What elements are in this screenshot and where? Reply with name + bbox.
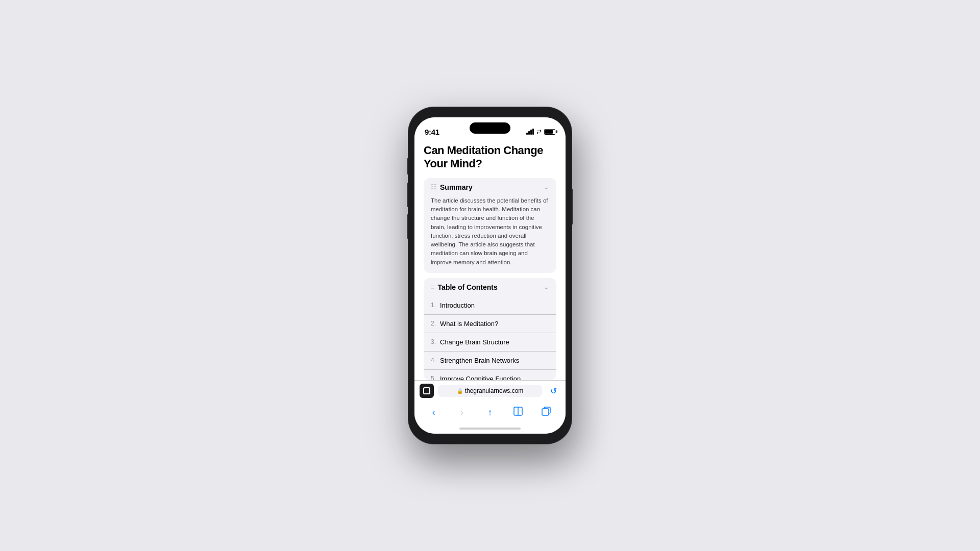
- dynamic-island: [470, 122, 510, 134]
- toc-item[interactable]: 4.Strengthen Brain Networks: [424, 352, 556, 370]
- reload-button[interactable]: ↺: [546, 384, 560, 398]
- forward-button[interactable]: ›: [453, 403, 471, 421]
- status-bar: 9:41 ⇄: [414, 117, 566, 140]
- status-icons: ⇄: [526, 128, 555, 135]
- nav-bar: ‹ › ↑: [414, 401, 566, 425]
- toc-item-label: Introduction: [440, 302, 475, 309]
- reload-icon: ↺: [550, 386, 557, 396]
- toc-item-label: What is Meditation?: [440, 320, 498, 328]
- toc-card: ≡ Table of Contents ⌄ 1.Introduction2.Wh…: [424, 278, 556, 380]
- content-area: Can Meditation Change Your Mind? ☷ Summa…: [414, 140, 566, 380]
- back-button[interactable]: ‹: [425, 403, 443, 421]
- toc-item-label: Strengthen Brain Networks: [440, 357, 519, 364]
- toc-item[interactable]: 2.What is Meditation?: [424, 315, 556, 333]
- volume-down-button: [407, 214, 408, 239]
- phone-shell: 9:41 ⇄ Can Meditation Change Your Mind?: [408, 107, 572, 444]
- toc-icon: ≡: [431, 283, 435, 291]
- toc-item-label: Improve Cognitive Function: [440, 375, 521, 380]
- home-indicator: [459, 428, 521, 430]
- power-button: [572, 189, 573, 224]
- toc-item-label: Change Brain Structure: [440, 338, 509, 346]
- summary-title: Summary: [440, 183, 473, 191]
- toc-item[interactable]: 3.Change Brain Structure: [424, 333, 556, 352]
- toc-items: 1.Introduction2.What is Meditation?3.Cha…: [424, 296, 556, 380]
- volume-up-button: [407, 183, 408, 207]
- summary-icon: ☷: [431, 183, 437, 191]
- bookmarks-button[interactable]: [509, 403, 527, 421]
- toc-header[interactable]: ≡ Table of Contents ⌄: [424, 278, 556, 296]
- tab-square-inner: [423, 387, 430, 394]
- scene: 9:41 ⇄ Can Meditation Change Your Mind?: [408, 107, 572, 444]
- lock-icon: 🔒: [457, 388, 463, 394]
- toc-item-number: 3.: [431, 338, 440, 345]
- tabs-icon: [542, 407, 551, 418]
- bottom-bar: 🔒 thegranularnews.com ↺ ‹ › ↑: [414, 380, 566, 434]
- share-button[interactable]: ↑: [481, 403, 499, 421]
- signal-icon: [526, 129, 534, 135]
- battery-icon: [544, 129, 555, 135]
- svg-rect-1: [542, 409, 549, 415]
- volume-silent-button: [407, 158, 408, 174]
- toc-item[interactable]: 5.Improve Cognitive Function: [424, 370, 556, 380]
- toc-chevron-icon: ⌄: [544, 283, 549, 291]
- tab-square-button[interactable]: [420, 384, 434, 398]
- summary-chevron-icon: ⌄: [544, 183, 549, 191]
- summary-text: The article discusses the potential bene…: [424, 196, 556, 273]
- wifi-icon: ⇄: [536, 128, 542, 135]
- toc-item[interactable]: 1.Introduction: [424, 296, 556, 315]
- summary-card[interactable]: ☷ Summary ⌄ The article discusses the po…: [424, 178, 556, 273]
- status-time: 9:41: [425, 128, 439, 136]
- toc-item-number: 2.: [431, 320, 440, 327]
- summary-header-left: ☷ Summary: [431, 183, 473, 191]
- toc-header-left: ≡ Table of Contents: [431, 283, 498, 291]
- bookmarks-icon: [513, 407, 523, 418]
- url-text: thegranularnews.com: [465, 387, 524, 394]
- phone-screen: 9:41 ⇄ Can Meditation Change Your Mind?: [414, 117, 566, 434]
- article-title: Can Meditation Change Your Mind?: [424, 144, 556, 171]
- forward-icon: ›: [460, 407, 463, 418]
- url-display[interactable]: 🔒 thegranularnews.com: [438, 385, 542, 397]
- toc-item-number: 1.: [431, 302, 440, 309]
- toc-item-number: 4.: [431, 357, 440, 364]
- share-icon: ↑: [487, 407, 492, 418]
- toc-item-number: 5.: [431, 375, 440, 380]
- tabs-button[interactable]: [537, 403, 555, 421]
- toc-title: Table of Contents: [438, 283, 498, 291]
- back-icon: ‹: [432, 407, 435, 418]
- url-bar: 🔒 thegranularnews.com ↺: [414, 381, 566, 401]
- summary-header[interactable]: ☷ Summary ⌄: [424, 178, 556, 196]
